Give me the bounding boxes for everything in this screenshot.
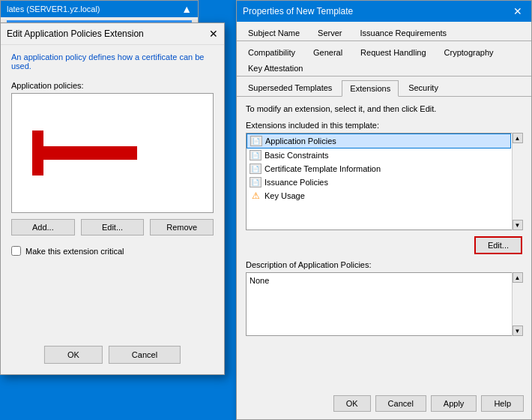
description-scrollbar[interactable]: ▲ ▼ [512,272,522,336]
edit-dialog: Edit Application Policies Extension ✕ An… [0,22,225,375]
tabs-row-2: Compatibility General Request Handling C… [237,41,531,76]
bg-titlebar: lates (SERVER1.yz.local) ▲ [1,1,198,17]
ext-label-app-policies: Application Policies [265,136,336,146]
policies-label: Application policies: [11,81,214,90]
tab-superseded-templates[interactable]: Superseded Templates [240,80,340,96]
properties-bottom-buttons: OK Cancel Apply Help [333,395,524,412]
ext-item-cert-template-info[interactable]: 📄 Certificate Template Information [247,162,511,176]
critical-checkbox-row: Make this extension critical [11,246,214,256]
description-label: Description of Application Policies: [246,260,522,269]
edit-info-text: An application policy defines how a cert… [11,52,214,70]
description-container: None ▲ ▼ [246,272,522,336]
cert-icon-template-info: 📄 [250,164,262,174]
ext-label-issuance-policies: Issuance Policies [265,178,328,187]
warn-icon-key-usage: ⚠ [250,190,262,201]
edit-cancel-button[interactable]: Cancel [109,346,181,364]
tabs-row-3: Superseded Templates Extensions Security [237,76,531,97]
desc-scroll-up[interactable]: ▲ [513,272,523,283]
ext-item-app-policies[interactable]: 📄 Application Policies [247,134,511,148]
remove-policy-button[interactable]: Remove [150,219,214,236]
extensions-list[interactable]: 📄 Application Policies 📄 Basic Constrain… [246,133,522,230]
cert-icon-app-policies: 📄 [250,136,262,146]
action-buttons: Add... Edit... Remove [11,219,214,236]
ext-item-issuance-policies[interactable]: 📄 Issuance Policies [247,176,511,189]
ext-item-basic-constraints[interactable]: 📄 Basic Constraints [247,148,511,162]
tab-general[interactable]: General [305,44,351,60]
tabs-row-1: Subject Name Server Issuance Requirement… [237,22,531,41]
bg-title: lates (SERVER1.yz.local) [7,4,100,14]
ext-item-key-usage[interactable]: ⚠ Key Usage [247,189,511,202]
ext-label-basic-constraints: Basic Constraints [265,151,329,160]
properties-content: To modify an extension, select it, and t… [237,97,531,344]
description-text: None [250,276,269,285]
edit-ok-cancel-buttons: OK Cancel [44,346,181,364]
properties-titlebar: Properties of New Template ✕ [237,1,531,22]
edit-dialog-close[interactable]: ✕ [209,28,218,40]
ext-label-cert-template-info: Certificate Template Information [265,164,381,173]
properties-title: Properties of New Template [243,6,353,16]
properties-dialog: Properties of New Template ✕ Subject Nam… [236,0,532,420]
tab-server[interactable]: Server [309,25,350,40]
edit-dialog-titlebar: Edit Application Policies Extension ✕ [1,23,224,45]
extensions-scrollbar[interactable]: ▲ ▼ [512,133,522,230]
add-policy-button[interactable]: Add... [11,219,75,236]
ext-label-key-usage: Key Usage [265,191,305,200]
properties-info: To modify an extension, select it, and t… [246,104,522,113]
edit-policy-button[interactable]: Edit... [81,219,145,236]
tab-issuance-requirements[interactable]: Issuance Requirements [352,25,456,40]
edit-dialog-title: Edit Application Policies Extension [7,28,144,39]
description-box: None [246,272,522,336]
desc-scroll-down[interactable]: ▼ [513,326,523,336]
bg-up-arrow[interactable]: ▲ [181,3,192,15]
scroll-down-button[interactable]: ▼ [513,220,523,230]
properties-ok-button[interactable]: OK [333,395,371,412]
properties-close-button[interactable]: ✕ [510,5,525,17]
cert-icon-basic-constraints: 📄 [250,150,262,160]
critical-checkbox[interactable] [11,246,21,256]
tab-extensions[interactable]: Extensions [342,80,399,97]
tab-cryptography[interactable]: Cryptography [436,44,502,60]
red-arrow-svg [32,130,152,176]
properties-apply-button[interactable]: Apply [431,395,477,412]
edit-dialog-content: An application policy defines how a cert… [1,45,224,278]
tab-security[interactable]: Security [400,80,447,96]
tab-compatibility[interactable]: Compatibility [240,44,303,60]
scroll-up-button[interactable]: ▲ [513,133,523,143]
properties-cancel-button[interactable]: Cancel [375,395,426,412]
edit-ok-button[interactable]: OK [44,346,103,364]
tab-subject-name[interactable]: Subject Name [240,25,308,40]
tab-key-attestation[interactable]: Key Attestation [240,60,311,76]
critical-label: Make this extension critical [25,247,124,256]
extensions-label: Extensions included in this template: [246,121,522,130]
edit-extension-button[interactable]: Edit... [474,236,522,254]
policies-list[interactable] [11,93,214,213]
cert-icon-issuance-policies: 📄 [250,177,262,188]
tab-request-handling[interactable]: Request Handling [352,44,434,60]
edit-button-row: Edit... [246,236,522,254]
properties-help-button[interactable]: Help [481,395,524,412]
extensions-list-container: 📄 Application Policies 📄 Basic Constrain… [246,133,522,230]
